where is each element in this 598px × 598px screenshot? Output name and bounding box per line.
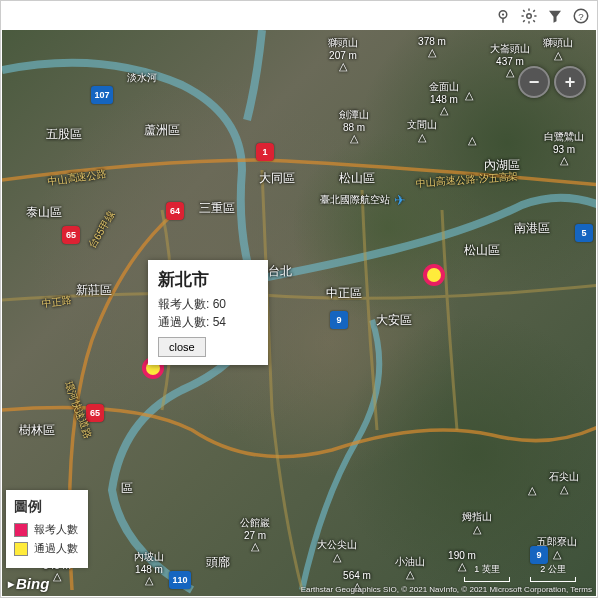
legend-title: 圖例 bbox=[14, 498, 78, 516]
app-frame: ? 五股區蘆洲區大同區松山區內湖區南港區泰山區三重區松山區台北新莊區中正區大安區… bbox=[0, 0, 598, 598]
bing-logo: Bing bbox=[8, 575, 49, 592]
route-shield: 9 bbox=[330, 311, 348, 329]
svg-point-2 bbox=[527, 14, 532, 19]
route-shield: 110 bbox=[169, 571, 191, 589]
airport-icon: ✈ bbox=[394, 192, 406, 208]
scale-miles: 1 英里 bbox=[464, 563, 510, 582]
legend-panel: 圖例 報考人數 通過人數 bbox=[6, 490, 88, 568]
zoom-in-button[interactable]: + bbox=[554, 66, 586, 98]
scale-km: 2 公里 bbox=[530, 563, 576, 582]
route-shield: 5 bbox=[575, 224, 593, 242]
legend-item-applicants: 報考人數 bbox=[14, 522, 78, 537]
popup-title: 新北市 bbox=[158, 268, 258, 291]
zoom-controls: − + bbox=[518, 66, 586, 98]
popup-row-passed: 通過人數: 54 bbox=[158, 313, 258, 331]
svg-text:?: ? bbox=[578, 11, 584, 22]
route-shield: 64 bbox=[166, 202, 184, 220]
legend-swatch-applicants bbox=[14, 523, 28, 537]
data-marker[interactable] bbox=[423, 264, 445, 286]
settings-button[interactable] bbox=[516, 3, 542, 29]
route-shield: 107 bbox=[91, 86, 113, 104]
toolbar: ? bbox=[488, 2, 596, 30]
scale-bars: 1 英里 2 公里 bbox=[464, 563, 576, 582]
info-popup: 新北市 報考人數: 60 通過人數: 54 close bbox=[148, 260, 268, 365]
filter-button[interactable] bbox=[542, 3, 568, 29]
map-canvas[interactable]: 五股區蘆洲區大同區松山區內湖區南港區泰山區三重區松山區台北新莊區中正區大安區華區… bbox=[2, 30, 596, 596]
route-shield: 9 bbox=[530, 546, 548, 564]
road-overlay bbox=[2, 30, 596, 596]
route-shield: 65 bbox=[62, 226, 80, 244]
funnel-icon bbox=[546, 7, 564, 25]
gear-icon bbox=[520, 7, 538, 25]
legend-swatch-passed bbox=[14, 542, 28, 556]
legend-item-passed: 通過人數 bbox=[14, 541, 78, 556]
help-icon: ? bbox=[572, 7, 590, 25]
location-pin-icon bbox=[494, 7, 512, 25]
route-shield: 65 bbox=[86, 404, 104, 422]
route-shield: 1 bbox=[256, 143, 274, 161]
popup-row-applicants: 報考人數: 60 bbox=[158, 295, 258, 313]
svg-point-1 bbox=[502, 13, 504, 15]
zoom-out-button[interactable]: − bbox=[518, 66, 550, 98]
map-attribution[interactable]: Earthstar Geographics SIO, © 2021 NavInf… bbox=[301, 585, 592, 594]
focus-mode-button[interactable] bbox=[490, 3, 516, 29]
popup-close-button[interactable]: close bbox=[158, 337, 206, 357]
help-button[interactable]: ? bbox=[568, 3, 594, 29]
